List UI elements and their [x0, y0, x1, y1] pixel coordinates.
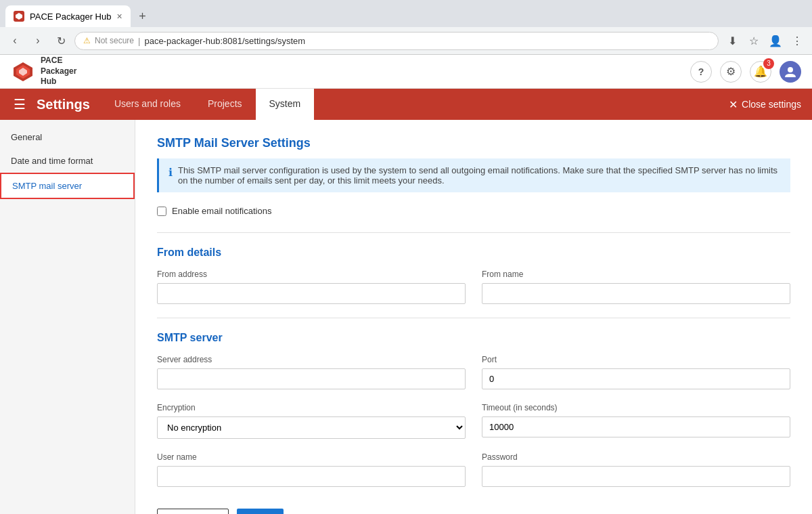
download-icon[interactable]: ⬇	[723, 31, 742, 50]
app-container: PACE Packager Hub ? ⚙ 🔔 3 ☰ Settings Use…	[0, 55, 812, 514]
server-address-row: Server address Port	[157, 355, 790, 389]
logo-icon	[11, 60, 35, 84]
address-bar[interactable]: ⚠ Not secure | pace-packager-hub:8081/se…	[74, 32, 719, 50]
help-button[interactable]: ?	[690, 61, 712, 83]
browser-action-buttons: ⬇ ☆ 👤 ⋮	[723, 31, 807, 50]
from-details-title: From details	[157, 247, 790, 259]
test-smtp-button[interactable]: Test SMTP	[157, 509, 229, 514]
server-address-label: Server address	[157, 355, 466, 364]
from-details-row: From address From name	[157, 270, 790, 304]
settings-tabs: Users and roles Projects System	[101, 89, 314, 120]
username-group: User name	[157, 452, 466, 487]
browser-menu-icon[interactable]: ⋮	[788, 31, 807, 50]
app-header-actions: ? ⚙ 🔔 3	[690, 61, 801, 83]
settings-nav: ☰ Settings Users and roles Projects Syst…	[0, 89, 812, 120]
info-icon: ℹ	[168, 166, 173, 179]
enable-email-checkbox[interactable]	[157, 207, 166, 216]
settings-sidebar: General Date and time format SMTP mail s…	[0, 120, 135, 514]
from-address-input[interactable]	[157, 283, 466, 304]
from-address-group: From address	[157, 270, 466, 304]
from-name-label: From name	[482, 270, 790, 279]
browser-toolbar: ‹ › ↻ ⚠ Not secure | pace-packager-hub:8…	[0, 27, 812, 55]
hamburger-icon[interactable]: ☰	[5, 96, 34, 112]
from-name-group: From name	[482, 270, 790, 304]
avatar-button[interactable]	[780, 61, 801, 83]
port-group: Port	[482, 355, 790, 389]
timeout-input[interactable]	[482, 416, 790, 437]
settings-title: Settings	[34, 97, 101, 112]
forward-button[interactable]: ›	[28, 31, 47, 50]
refresh-button[interactable]: ↻	[51, 31, 70, 50]
enable-notifications-row: Enable email notifications	[157, 206, 790, 216]
encryption-select[interactable]: No encryption SSL TLS STARTTLS	[157, 416, 466, 439]
tab-title: PACE Packager Hub	[30, 12, 111, 22]
credentials-row: User name Password	[157, 452, 790, 487]
security-warning-icon: ⚠	[83, 36, 91, 45]
back-button[interactable]: ‹	[5, 31, 24, 50]
sidebar-item-general[interactable]: General	[0, 125, 135, 149]
timeout-label: Timeout (in seconds)	[482, 403, 790, 412]
smtp-server-title: SMTP server	[157, 332, 790, 344]
server-address-input[interactable]	[157, 368, 466, 389]
button-row: Test SMTP Save	[157, 500, 790, 514]
sidebar-item-date-time[interactable]: Date and time format	[0, 149, 135, 173]
save-button[interactable]: Save	[237, 509, 284, 514]
not-secure-label: Not secure	[95, 36, 134, 45]
browser-tab[interactable]: PACE Packager Hub ×	[5, 5, 131, 27]
from-name-input[interactable]	[482, 283, 790, 304]
encryption-label: Encryption	[157, 403, 466, 412]
divider-1	[157, 232, 790, 233]
notification-wrapper: 🔔 3	[750, 61, 771, 83]
svg-point-4	[788, 67, 793, 72]
tab-users-and-roles[interactable]: Users and roles	[101, 89, 194, 120]
browser-title-bar: PACE Packager Hub × +	[0, 0, 812, 27]
url-text: pace-packager-hub:8081/settings/system	[144, 36, 305, 46]
tab-system[interactable]: System	[256, 89, 315, 120]
profile-icon[interactable]: 👤	[766, 31, 785, 50]
close-settings-label: Close settings	[742, 99, 801, 110]
enable-email-label[interactable]: Enable email notifications	[172, 206, 271, 216]
bookmark-icon[interactable]: ☆	[744, 31, 763, 50]
tab-projects[interactable]: Projects	[194, 89, 256, 120]
svg-marker-0	[16, 13, 22, 20]
port-input[interactable]	[482, 368, 790, 389]
page-title: SMTP Mail Server Settings	[157, 136, 790, 150]
notification-badge: 3	[763, 58, 774, 69]
sidebar-item-smtp[interactable]: SMTP mail server	[0, 173, 135, 199]
settings-content: SMTP Mail Server Settings ℹ This SMTP ma…	[135, 120, 812, 514]
from-address-label: From address	[157, 270, 466, 279]
server-address-group: Server address	[157, 355, 466, 389]
settings-button[interactable]: ⚙	[720, 61, 742, 83]
encryption-timeout-row: Encryption No encryption SSL TLS STARTTL…	[157, 403, 790, 439]
new-tab-button[interactable]: +	[133, 7, 152, 26]
encryption-group: Encryption No encryption SSL TLS STARTTL…	[157, 403, 466, 439]
browser-chrome: PACE Packager Hub × + ‹ › ↻ ⚠ Not secure…	[0, 0, 812, 55]
password-group: Password	[482, 452, 790, 487]
logo-text: PACE Packager Hub	[41, 56, 76, 87]
timeout-group: Timeout (in seconds)	[482, 403, 790, 439]
tab-favicon	[14, 11, 24, 22]
app-header: PACE Packager Hub ? ⚙ 🔔 3	[0, 55, 812, 89]
close-settings-button[interactable]: ✕ Close settings	[718, 98, 812, 111]
info-banner: ℹ This SMTP mail server configuration is…	[157, 158, 790, 192]
password-label: Password	[482, 452, 790, 462]
port-label: Port	[482, 355, 790, 364]
settings-body: General Date and time format SMTP mail s…	[0, 120, 812, 514]
divider-2	[157, 318, 790, 318]
close-icon: ✕	[729, 98, 738, 111]
password-input[interactable]	[482, 466, 790, 487]
app-logo: PACE Packager Hub	[11, 56, 76, 87]
username-label: User name	[157, 452, 466, 462]
username-input[interactable]	[157, 466, 466, 487]
tab-close-icon[interactable]: ×	[116, 11, 122, 22]
info-text: This SMTP mail server configuration is u…	[178, 165, 781, 186]
